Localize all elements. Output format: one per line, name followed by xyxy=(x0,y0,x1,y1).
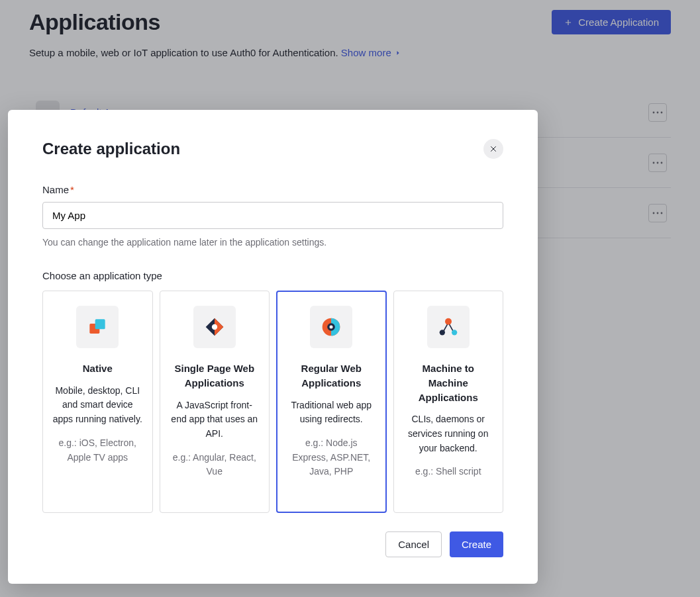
application-type-cards: Native Mobile, desktop, CLI and smart de… xyxy=(42,291,503,513)
name-label-text: Name xyxy=(42,184,69,195)
card-title: Machine to Machine Applications xyxy=(403,361,494,404)
card-title: Regular Web Applications xyxy=(286,361,377,390)
card-desc: CLIs, daemons or services running on you… xyxy=(403,412,494,455)
card-example: e.g.: Angular, React, Vue xyxy=(170,451,260,479)
svg-point-20 xyxy=(439,330,444,335)
card-example: e.g.: Node.js Express, ASP.NET, Java, PH… xyxy=(286,436,377,479)
svg-point-21 xyxy=(452,330,457,335)
svg-point-16 xyxy=(330,326,333,329)
close-button[interactable] xyxy=(483,139,503,159)
card-title: Native xyxy=(52,361,143,376)
application-name-input[interactable] xyxy=(42,202,503,229)
card-desc: A JavaScript front-end app that uses an … xyxy=(170,398,260,441)
card-example: e.g.: iOS, Electron, Apple TV apps xyxy=(52,436,143,465)
name-help-text: You can change the application name late… xyxy=(42,237,503,248)
app-type-native[interactable]: Native Mobile, desktop, CLI and smart de… xyxy=(42,291,153,513)
app-type-m2m[interactable]: Machine to Machine Applications CLIs, da… xyxy=(393,291,504,513)
regular-web-icon xyxy=(310,306,352,348)
spa-icon xyxy=(193,306,236,348)
required-mark: * xyxy=(70,184,74,195)
cancel-button[interactable]: Cancel xyxy=(385,531,442,557)
application-type-label: Choose an application type xyxy=(42,270,503,281)
svg-point-19 xyxy=(445,318,452,325)
modal-header: Create application xyxy=(42,139,503,159)
card-example: e.g.: Shell script xyxy=(403,465,494,479)
svg-point-13 xyxy=(212,324,217,330)
card-desc: Traditional web app using redirects. xyxy=(286,398,377,427)
create-button[interactable]: Create xyxy=(450,531,503,557)
modal-footer: Cancel Create xyxy=(42,531,503,557)
modal-title: Create application xyxy=(42,140,180,158)
native-icon xyxy=(76,306,119,348)
close-icon xyxy=(489,145,497,153)
m2m-icon xyxy=(427,306,470,348)
app-type-spa[interactable]: Single Page Web Applications A JavaScrip… xyxy=(160,291,270,513)
create-application-modal: Create application Name* You can change … xyxy=(8,110,538,584)
svg-rect-10 xyxy=(95,319,105,329)
card-title: Single Page Web Applications xyxy=(170,361,260,390)
app-type-regular-web[interactable]: Regular Web Applications Traditional web… xyxy=(276,291,387,513)
name-label: Name* xyxy=(42,184,503,195)
card-desc: Mobile, desktop, CLI and smart device ap… xyxy=(52,384,143,427)
